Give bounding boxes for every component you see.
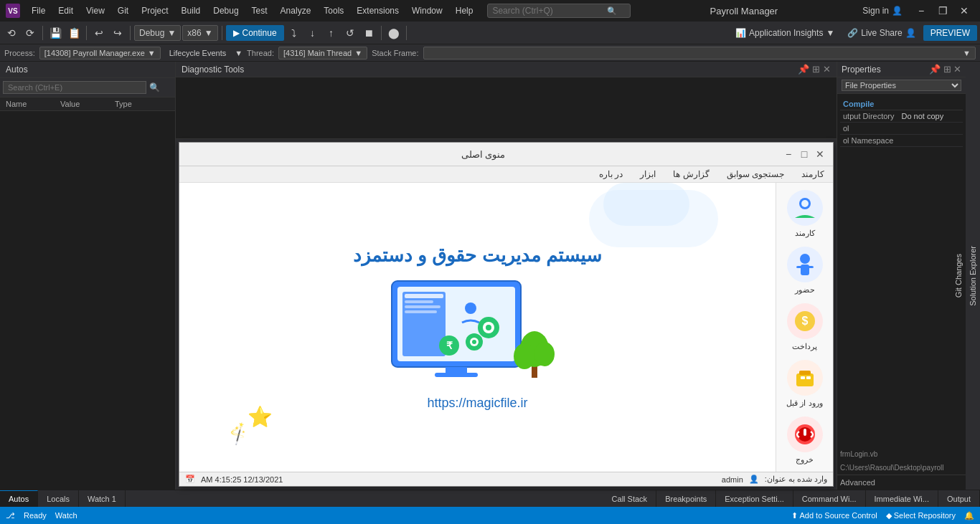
undo-button[interactable]: ↩ bbox=[90, 24, 108, 42]
menu-extensions[interactable]: Extensions bbox=[351, 4, 405, 18]
close-button[interactable]: ✕ bbox=[954, 4, 974, 18]
auto-hide-icon[interactable]: ⊞ bbox=[812, 64, 820, 75]
step-out-button[interactable]: ↑ bbox=[323, 24, 340, 42]
play-icon: ▶ bbox=[233, 28, 240, 38]
restore-button[interactable]: ❒ bbox=[933, 4, 953, 18]
sign-in-button[interactable]: Sign in 👤 bbox=[857, 4, 908, 17]
global-search-input[interactable] bbox=[492, 6, 607, 16]
tab-breakpoints[interactable]: Breakpoints bbox=[656, 490, 716, 507]
khoroj-label: خروج bbox=[796, 455, 814, 465]
menu-gozaresh[interactable]: گزارش ها bbox=[670, 168, 712, 181]
app-restore-button[interactable]: □ bbox=[797, 147, 811, 161]
insights-icon: 📊 bbox=[735, 28, 746, 38]
prop-pin-icon[interactable]: 📌 bbox=[929, 64, 941, 75]
dropdown-chevron-icon: ▼ bbox=[167, 28, 176, 38]
forward-button[interactable]: ⟳ bbox=[22, 24, 39, 42]
tab-output[interactable]: Output bbox=[938, 490, 980, 507]
step-over-button[interactable]: ⤵ bbox=[286, 24, 303, 42]
sidebar-pardakht[interactable]: $ پرداخت bbox=[780, 303, 830, 351]
menu-debug[interactable]: Debug bbox=[207, 4, 244, 18]
sidebar-khoroj[interactable]: خروج bbox=[780, 416, 830, 465]
properties-title: Properties bbox=[842, 65, 929, 75]
sidebar-hozoor[interactable]: حضور bbox=[780, 247, 830, 295]
platform-label: x86 bbox=[187, 28, 201, 38]
svg-point-25 bbox=[800, 254, 810, 264]
back-button[interactable]: ⟲ bbox=[3, 24, 20, 42]
menu-karmand[interactable]: کارمند bbox=[798, 168, 827, 181]
menu-window[interactable]: Window bbox=[406, 4, 448, 18]
app-sidebar: کارمند حضور bbox=[776, 183, 833, 472]
svg-rect-33 bbox=[801, 376, 805, 379]
tab-watch1[interactable]: Watch 1 bbox=[79, 490, 126, 507]
step-in-button[interactable]: ↓ bbox=[304, 24, 321, 42]
menu-dar-bare[interactable]: در باره bbox=[596, 168, 626, 181]
platform-dropdown[interactable]: x86 ▼ bbox=[182, 25, 217, 41]
app-close-button[interactable]: ✕ bbox=[813, 147, 827, 161]
breakpoint-button[interactable]: ⬤ bbox=[385, 24, 402, 42]
debug-config-dropdown[interactable]: Debug ▼ bbox=[134, 25, 181, 41]
preview-button[interactable]: PREVIEW bbox=[923, 25, 977, 41]
prop-auto-hide-icon[interactable]: ⊞ bbox=[943, 64, 951, 75]
properties-type-select[interactable]: File Properties bbox=[842, 80, 961, 91]
advanced-section: Advanced bbox=[837, 475, 966, 490]
ready-status: Ready bbox=[24, 511, 47, 520]
debug-config-label: Debug bbox=[139, 28, 164, 38]
sidebar-vorod[interactable]: ورود از قبل bbox=[780, 360, 830, 408]
stack-frame-dropdown[interactable]: ▼ bbox=[423, 47, 976, 59]
tab-locals[interactable]: Locals bbox=[38, 490, 79, 507]
app-minimize-button[interactable]: − bbox=[781, 147, 796, 161]
menu-view[interactable]: View bbox=[80, 4, 110, 18]
tab-immediate-window[interactable]: Immediate Wi... bbox=[866, 490, 938, 507]
menu-test[interactable]: Test bbox=[246, 4, 273, 18]
save-button[interactable]: 💾 bbox=[47, 24, 64, 42]
vorod-icon bbox=[787, 360, 823, 396]
share-user-icon: 👤 bbox=[905, 28, 916, 38]
tab-command-window[interactable]: Command Wi... bbox=[793, 490, 866, 507]
menu-tools[interactable]: Tools bbox=[318, 4, 349, 18]
tab-autos[interactable]: Autos bbox=[0, 490, 38, 507]
application-insights-button[interactable]: 📊 Application Insights ▼ bbox=[730, 27, 840, 39]
file-name: frmLogin.vb bbox=[837, 447, 966, 461]
tab-call-stack[interactable]: Call Stack bbox=[603, 490, 657, 507]
sidebar-karmand[interactable]: کارمند bbox=[780, 190, 830, 238]
notifications-icon[interactable]: 🔔 bbox=[964, 511, 974, 520]
menu-edit[interactable]: Edit bbox=[52, 4, 79, 18]
menu-jostojoye[interactable]: جستجوی سوابق bbox=[724, 168, 787, 181]
user-avatar-icon: 👤 bbox=[749, 475, 759, 484]
menu-project[interactable]: Project bbox=[136, 4, 174, 18]
file-properties-dropdown[interactable]: File Properties bbox=[837, 77, 966, 94]
app-window-title: منوی اصلی bbox=[185, 149, 781, 160]
stop-button[interactable]: ⏹ bbox=[360, 24, 377, 42]
minimize-button[interactable]: − bbox=[911, 4, 931, 18]
continue-label: Continue bbox=[242, 28, 277, 38]
close-panel-icon[interactable]: ✕ bbox=[823, 64, 831, 75]
redo-button[interactable]: ↪ bbox=[109, 24, 126, 42]
menu-file[interactable]: File bbox=[26, 4, 51, 18]
svg-rect-4 bbox=[405, 300, 433, 303]
git-changes-label[interactable]: Git Changes bbox=[951, 248, 966, 303]
add-to-source-control[interactable]: ⬆ Add to Source Control bbox=[791, 511, 877, 520]
global-search-box[interactable]: 🔍 bbox=[487, 4, 631, 18]
pin-icon[interactable]: 📌 bbox=[798, 64, 809, 75]
svg-rect-17 bbox=[446, 367, 467, 373]
svg-point-24 bbox=[801, 200, 809, 207]
output-directory-row: utput Directory Do not copy bbox=[840, 110, 963, 123]
select-repository-button[interactable]: ◆ Select Repository bbox=[886, 511, 956, 520]
solution-explorer-label[interactable]: Solution Explorer bbox=[966, 240, 980, 312]
save-all-button[interactable]: 📋 bbox=[65, 24, 83, 42]
menu-build[interactable]: Build bbox=[176, 4, 207, 18]
thread-dropdown[interactable]: [4316] Main Thread ▼ bbox=[278, 47, 367, 59]
continue-button[interactable]: ▶ Continue bbox=[226, 25, 284, 41]
live-share-button[interactable]: 🔗 Live Share 👤 bbox=[842, 27, 921, 39]
tab-exception-settings[interactable]: Exception Setti... bbox=[716, 490, 793, 507]
lifecycle-events-button[interactable]: Lifecycle Events bbox=[165, 49, 230, 57]
menu-analyze[interactable]: Analyze bbox=[275, 4, 317, 18]
menu-help[interactable]: Help bbox=[450, 4, 479, 18]
prop-close-icon[interactable]: ✕ bbox=[953, 64, 961, 75]
restart-button[interactable]: ↺ bbox=[341, 24, 359, 42]
process-dropdown[interactable]: [14308] Payroll Manager.exe ▼ bbox=[39, 47, 161, 59]
menu-bar: File Edit View Git Project Build Debug T… bbox=[26, 4, 479, 18]
autos-search-input[interactable] bbox=[3, 81, 146, 94]
menu-abzar[interactable]: ابزار bbox=[637, 168, 659, 181]
menu-git[interactable]: Git bbox=[112, 4, 134, 18]
